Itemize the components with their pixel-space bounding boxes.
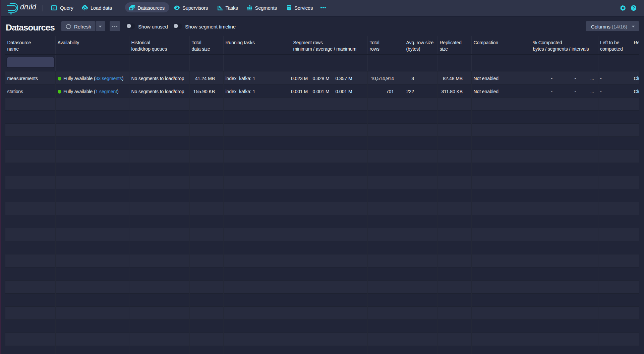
svg-text:?: ? [632, 5, 635, 10]
